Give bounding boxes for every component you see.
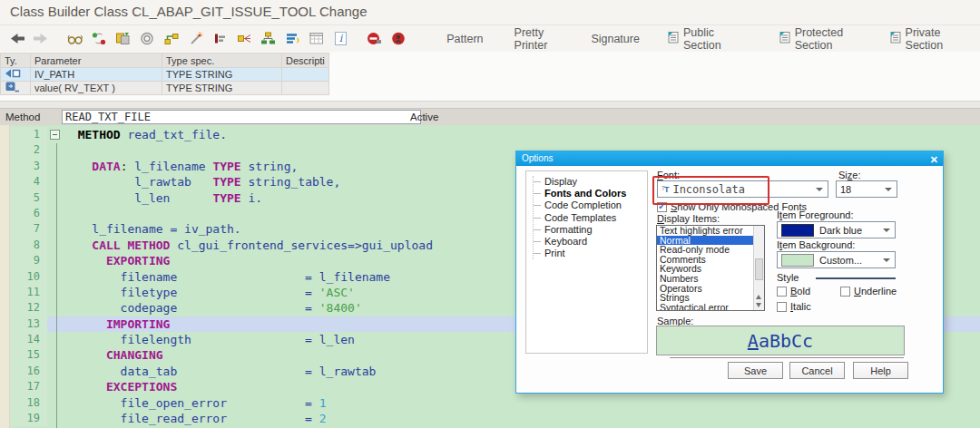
checkbox-icon[interactable] xyxy=(777,287,787,297)
checkbox-checked-icon[interactable] xyxy=(657,202,667,212)
list-scrollbar[interactable] xyxy=(753,226,764,310)
help-button[interactable]: Help xyxy=(853,362,908,379)
back-arrow-icon[interactable] xyxy=(9,31,27,47)
item-foreground-value: Dark blue xyxy=(819,225,862,236)
title-bar: Class Builder Class CL_ABAP_GIT_ISSUE_TO… xyxy=(0,0,980,25)
tree-item-code-templates[interactable]: Code Templates xyxy=(534,212,647,224)
tree-item-fonts-and-colors[interactable]: Fonts and Colors xyxy=(534,188,647,199)
tree-item-print[interactable]: Print xyxy=(534,248,647,259)
code-line-content[interactable]: file_read_error = 2 xyxy=(47,411,980,426)
chevron-down-icon xyxy=(816,188,823,191)
clamp-icon[interactable] xyxy=(211,31,230,47)
parameter-cell[interactable]: IV_PATH xyxy=(31,68,162,82)
forward-arrow-icon[interactable] xyxy=(32,31,50,47)
tree-item-formatting[interactable]: Formatting xyxy=(534,224,647,236)
section-button-label: Public Section xyxy=(683,26,754,52)
description-cell[interactable] xyxy=(282,68,329,82)
branch-icon[interactable] xyxy=(235,31,253,47)
signature-button[interactable]: Signature xyxy=(591,33,640,45)
glasses-icon[interactable] xyxy=(65,31,83,47)
table-row[interactable]: value( RV_TEXT )TYPE STRING xyxy=(1,82,329,95)
fold-collapse-icon[interactable] xyxy=(50,130,60,140)
item-foreground-select[interactable]: Dark blue xyxy=(777,221,896,238)
public-section-button[interactable]: Public Section xyxy=(667,26,754,52)
size-select-value: 18 xyxy=(840,184,851,195)
italic-checkbox[interactable]: Italic xyxy=(777,301,811,312)
sort-icon[interactable] xyxy=(284,31,302,47)
save-button[interactable]: Save xyxy=(728,362,783,379)
item-background-value: Custom... xyxy=(819,255,862,266)
section-icon xyxy=(779,31,791,46)
table-icon[interactable] xyxy=(308,31,326,47)
code-line-content[interactable]: file_open_error = 1 xyxy=(47,395,980,411)
type-spec-cell[interactable]: TYPE STRING xyxy=(162,68,282,82)
crane-icon[interactable] xyxy=(162,31,181,47)
parameter-table-band: Ty.ParameterType spec.Descripti IV_PATHT… xyxy=(0,52,980,101)
method-name-input[interactable] xyxy=(62,110,421,124)
checkbox-icon[interactable] xyxy=(840,287,850,297)
session-icon[interactable] xyxy=(390,31,408,47)
swap-icon[interactable] xyxy=(90,31,108,47)
private-section-button[interactable]: Private Section xyxy=(889,26,980,52)
button-separator xyxy=(670,357,904,358)
scrollbar-thumb[interactable] xyxy=(755,258,763,280)
list-item[interactable]: Text highlights error xyxy=(657,226,764,236)
foreground-color-swatch xyxy=(781,224,814,237)
section-icon xyxy=(889,31,902,46)
section-icon xyxy=(667,31,680,46)
breakpoint-icon[interactable] xyxy=(366,31,384,47)
item-foreground-label: Item Foreground: xyxy=(777,209,854,220)
type-spec-cell[interactable]: TYPE STRING xyxy=(162,82,282,95)
code-line: 18 file_open_error = 1 xyxy=(0,395,980,411)
tree-item-display[interactable]: Display xyxy=(534,176,647,188)
table-row[interactable]: IV_PATHTYPE STRING xyxy=(1,68,329,82)
scroll-down-icon[interactable] xyxy=(756,303,761,307)
options-dialog: Options ✕ DisplayFonts and ColorsCode Co… xyxy=(515,151,944,394)
list-item[interactable]: Numbers xyxy=(657,274,764,284)
item-background-label: Item Background: xyxy=(777,239,855,250)
fold-guide-line xyxy=(56,143,57,428)
tree-item-keyboard[interactable]: Keyboard xyxy=(534,236,647,248)
close-icon[interactable]: ✕ xyxy=(930,152,938,167)
underline-checkbox[interactable]: Underline xyxy=(840,286,897,297)
cancel-button[interactable]: Cancel xyxy=(789,362,845,379)
parameter-cell[interactable]: value( RV_TEXT ) xyxy=(31,82,162,95)
column-header: Type spec. xyxy=(162,54,282,68)
display-items-list[interactable]: Text highlights errorNormalRead-only mod… xyxy=(656,225,765,311)
display-items-label: Display Items: xyxy=(657,213,720,224)
pretty-printer-button[interactable]: Pretty Printer xyxy=(514,26,580,52)
checkbox-icon[interactable] xyxy=(777,302,787,312)
size-select[interactable]: 18 xyxy=(836,180,897,198)
toolbar: i PatternPretty PrinterSignature Public … xyxy=(0,25,980,53)
column-header: Parameter xyxy=(31,54,162,68)
page-title: Class Builder Class CL_ABAP_GIT_ISSUE_TO… xyxy=(10,4,368,19)
font-label: Font: xyxy=(657,170,680,180)
description-cell[interactable] xyxy=(282,82,329,95)
dialog-title-bar[interactable]: Options ✕ xyxy=(516,151,943,166)
returning-param-icon xyxy=(1,82,31,95)
item-background-select[interactable]: Custom... xyxy=(777,251,896,268)
code-line: 1 METHOD read_txt_file. xyxy=(0,127,980,142)
pattern-button[interactable]: Pattern xyxy=(446,33,483,45)
underline-label: Underline xyxy=(854,286,897,297)
list-item[interactable]: Syntactical error xyxy=(657,303,764,311)
sample-text: AaBbCc xyxy=(748,330,813,352)
code-line-content[interactable]: METHOD read_txt_file. xyxy=(47,127,980,142)
tree-item-code-completion[interactable]: Code Completion xyxy=(534,199,647,211)
hierarchy-icon[interactable] xyxy=(260,31,278,47)
info-icon[interactable]: i xyxy=(332,31,350,47)
dialog-buttons: SaveCancelHelp xyxy=(516,362,943,380)
font-select[interactable]: ᵀT Inconsolata xyxy=(657,180,828,198)
scroll-up-icon[interactable] xyxy=(756,295,761,299)
column-header: Descripti xyxy=(282,54,329,68)
chevron-down-icon xyxy=(883,229,890,232)
copy-icon[interactable] xyxy=(114,31,132,47)
editor-left-margin xyxy=(0,125,10,428)
bold-checkbox[interactable]: Bold xyxy=(777,286,810,297)
ring-icon[interactable] xyxy=(139,31,157,47)
size-label: Size: xyxy=(838,170,860,180)
protected-section-button[interactable]: Protected Section xyxy=(779,26,883,52)
font-select-value: Inconsolata xyxy=(672,183,744,196)
wand-icon[interactable] xyxy=(187,31,205,47)
parameter-table-header: Ty.ParameterType spec.Descripti xyxy=(1,54,329,68)
